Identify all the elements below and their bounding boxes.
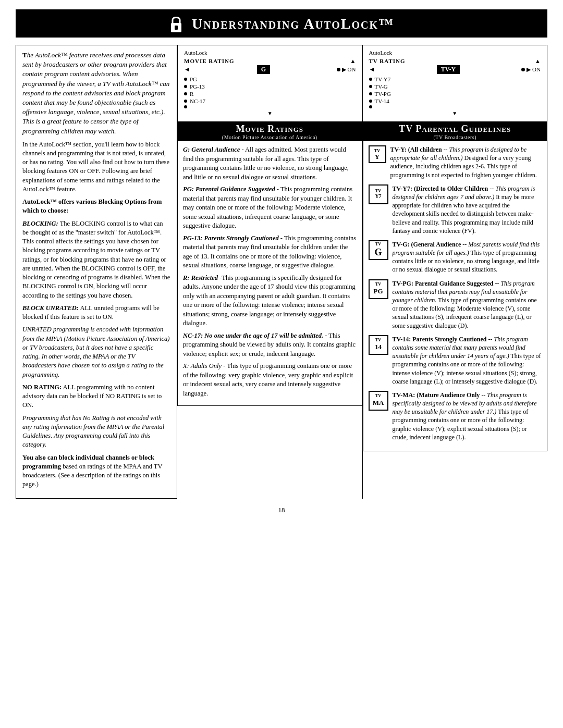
list-dot [184,105,187,108]
tv-y-badge: TV Y [369,145,386,163]
screen-left-rating-row: MOVIE RATING ▲ [184,58,356,64]
list-dot [369,105,372,108]
page-number: 18 [16,506,547,514]
screen-right-dot [521,68,525,71]
screen-left-list: PG PG-13 R NC-17 [184,76,356,108]
screen-left-rating-label: MOVIE RATING [184,58,234,64]
screen-list-item: TV-G [369,83,541,90]
channels-para: You also can block individual channels o… [22,453,170,489]
tv-y7-badge-bottom: Y7 [375,193,381,199]
tv-y7-text: TV-Y7: (Directed to Older Children -- Th… [393,184,542,235]
screen-left-arrow-up: ▲ [350,58,356,64]
movie-ratings-section: Movie Ratings (Motion Picture Associatio… [177,121,362,499]
tv-14-badge: TV 14 [369,335,388,355]
screen-right-on: ▶ ON [521,66,541,73]
list-dot [184,92,187,95]
left-column: The AutoLock™ feature receives and proce… [16,45,177,499]
blocking-para: BLOCKING: The BLOCKING control is to wha… [22,219,170,300]
tv-y7-badge: TV Y7 [369,184,388,204]
tv-ma-badge: TV MA [369,391,388,411]
tv-pg-badge-top: TV [375,282,381,287]
tv-guidelines-content: TV Y TV-Y: (All children -- This program… [363,141,548,451]
tv-g-badge-big: G [374,248,382,257]
screen-list-item [184,105,356,108]
tv-pg-badge: TV PG [369,279,388,299]
tv-guidelines-section: TV Parental Guidelines (TV Broadcasters)… [362,121,548,499]
screen-right-on-label: ▶ ON [527,66,541,73]
tv-14-badge-top: TV [375,338,381,342]
screen-list-item: TV-Y7 [369,76,541,82]
tv-y7-item: TV Y7 TV-Y7: (Directed to Older Children… [369,184,542,235]
movie-rating-nc17: NC-17: No one under the age of 17 will b… [183,331,357,359]
page-header: Understanding AutoLock™ [16,9,547,38]
movie-rating-x: X: Adults Only - This type of programmin… [183,362,357,398]
movie-rating-pg: PG: Parental Guidance Suggested - This p… [183,185,357,231]
tv-14-badge-big: 14 [375,343,382,350]
screen-list-item: TV-PG [369,91,541,97]
tv-ma-badge-top: TV [375,394,381,398]
movie-ratings-content: G: General Audience - All ages admitted.… [177,141,362,406]
tv-ma-badge-big: MA [373,399,384,406]
screen-right-nav-row: ◄ TV-Y ▶ ON [369,65,541,74]
screen-right-label: AutoLock [369,50,541,56]
screen-right-rating-label: TV RATING [369,58,406,64]
unrated-para: UNRATED programming is encoded with info… [22,325,170,379]
no-rating-para: NO RATING: ALL programming with no conte… [22,383,170,410]
no-rating-para2: Programming that has No Rating is not en… [22,414,170,450]
screen-right-rating-row: TV RATING ▲ [369,58,541,64]
movie-ratings-title: Movie Ratings [177,124,362,134]
tv-ma-item: TV MA TV-MA: (Mature Audience Only -- Th… [369,391,542,441]
tv-guidelines-subtitle: (TV Broadcasters) [363,134,548,140]
tv-y-text: TV-Y: (All children -- This program is d… [390,145,542,179]
body-para1: In the AutoLock™ section, you'll learn h… [22,140,170,194]
screen-left-nav-row: ◄ G ▶ ON [184,65,356,74]
screen-left-on: ▶ ON [337,66,356,73]
tv-y-item: TV Y TV-Y: (All children -- This program… [369,145,542,179]
page: Understanding AutoLock™ The AutoLock™ fe… [0,0,563,728]
screen-left-arrow-down: ▼ [184,110,356,116]
list-dot [369,92,372,95]
movie-rating-pg13: PG-13: Parents Strongly Cautioned - This… [183,234,357,270]
screen-list-item [369,105,541,108]
list-dot [184,100,187,103]
screen-list-item: PG [184,76,356,82]
screen-right-arrow-up: ▲ [535,58,541,64]
list-dot [369,78,372,81]
screen-list-item: PG-13 [184,83,356,90]
screen-left-selected: G [257,65,270,74]
tv-g-text: TV-G: (General Audience -- Most parents … [393,240,542,274]
tv-g-badge: TV G [369,240,388,260]
tv-guidelines-header: TV Parental Guidelines (TV Broadcasters) [363,121,548,141]
screen-left-on-label: ▶ ON [342,66,356,73]
screen-right-list: TV-Y7 TV-G TV-PG TV-14 [369,76,541,108]
screen-left-arrow-left[interactable]: ◄ [184,66,190,73]
movie-rating-g: G: General Audience - All ages admitted.… [183,145,357,182]
movie-ratings-subtitle: (Motion Picture Association of America) [177,134,362,140]
tv-g-badge-top: TV [375,242,381,246]
screen-list-item: TV-14 [369,98,541,104]
autolock-movie-screen: AutoLock MOVIE RATING ▲ ◄ G ▶ ON [178,45,363,121]
tv-y-badge-bottom: Y [375,153,380,160]
tv-14-item: TV 14 TV-14: Parents Strongly Cautioned … [369,335,542,386]
tv-g-item: TV G TV-G: (General Audience -- Most par… [369,240,542,274]
tv-guidelines-title: TV Parental Guidelines [363,124,548,134]
tv-pg-text: TV-PG: Parental Guidance Suggested -- Th… [393,279,542,330]
autolock-tv-screen: AutoLock TV RATING ▲ ◄ TV-Y ▶ ON [363,45,547,121]
intro-text: The AutoLock™ feature receives and proce… [22,51,170,136]
tv-y7-badge-top: TV [375,189,381,193]
list-dot [184,85,187,88]
screen-left-dot [337,68,340,71]
screen-right-arrow-left[interactable]: ◄ [369,66,375,73]
tv-ma-text: TV-MA: (Mature Audience Only -- This pro… [393,391,542,441]
movie-ratings-header: Movie Ratings (Motion Picture Associatio… [177,121,362,141]
svg-rect-1 [175,26,178,30]
autolock-heading: AutoLock™ offers various Blocking Option… [22,198,170,216]
tv-14-text: TV-14: Parents Strongly Cautioned -- Thi… [393,335,542,386]
screen-right-arrow-down: ▼ [369,110,541,116]
tv-pg-badge-big: PG [373,288,383,294]
list-dot [184,78,187,81]
list-dot [369,100,372,103]
page-title: Understanding AutoLock™ [192,16,394,32]
lock-icon [169,15,183,33]
tv-pg-item: TV PG TV-PG: Parental Guidance Suggested… [369,279,542,330]
